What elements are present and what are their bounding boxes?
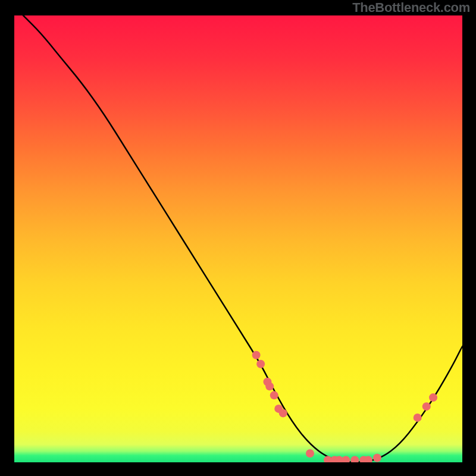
gradient-plot-area: [14, 15, 462, 462]
attribution-label: TheBottleneck.com: [352, 0, 470, 15]
